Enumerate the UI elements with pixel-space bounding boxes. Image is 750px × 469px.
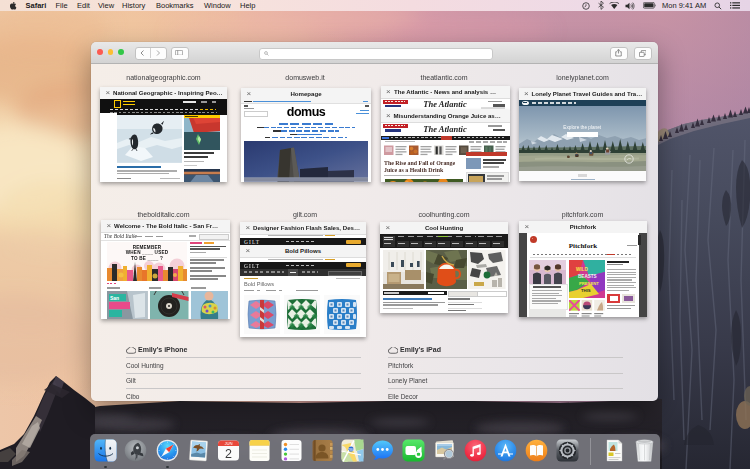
svg-text:PRESENT: PRESENT <box>579 281 599 286</box>
svg-text:280: 280 <box>348 447 354 451</box>
svg-text:San: San <box>110 294 119 300</box>
svg-text:2: 2 <box>225 446 232 460</box>
svg-text:JUN: JUN <box>225 440 233 445</box>
svg-text:WILD: WILD <box>576 267 588 272</box>
svg-text:THIS: THIS <box>581 288 591 293</box>
svg-text:BEASTS: BEASTS <box>578 274 597 279</box>
